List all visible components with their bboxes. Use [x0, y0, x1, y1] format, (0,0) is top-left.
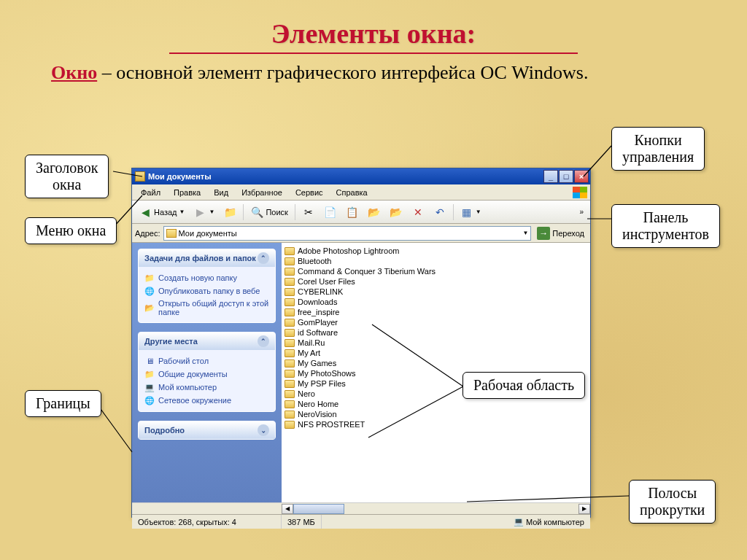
delete-button[interactable]: ✕ — [408, 203, 428, 221]
address-value: Мои документы — [179, 229, 237, 238]
undo-button[interactable]: ↶ — [430, 203, 450, 221]
folder-icon — [285, 400, 295, 408]
scroll-track[interactable] — [293, 504, 578, 514]
keyword: Окно — [51, 62, 97, 83]
file-name: id Software — [298, 328, 338, 337]
scroll-left-button[interactable]: ◀ — [282, 504, 293, 514]
callout-title-bar: Заголовококна — [25, 155, 109, 198]
window-title: Мои документы — [148, 172, 543, 181]
details-panel: Подробно ⌃ — [138, 421, 276, 440]
status-bar: Объектов: 268, скрытых: 4 387 МБ 💻 Мой к… — [132, 514, 590, 529]
toolbar-more-button[interactable]: » — [576, 203, 587, 221]
scroll-right-button[interactable]: ▶ — [578, 504, 590, 514]
tasks-panel-header[interactable]: Задачи для файлов и папок ⌃ — [139, 249, 275, 267]
file-name: Command & Conquer 3 Tiberium Wars — [298, 267, 436, 276]
folder-icon — [166, 229, 177, 238]
window-control-buttons: _ □ × — [543, 170, 589, 183]
file-name: NFS PROSTREET — [298, 420, 365, 429]
folder-icon — [285, 257, 295, 265]
menu-edit[interactable]: Правка — [168, 187, 206, 198]
file-item[interactable]: NeroVision — [283, 409, 589, 419]
minimize-button[interactable]: _ — [543, 170, 558, 183]
copy-to-button[interactable]: 📂 — [386, 203, 406, 221]
maximize-button[interactable]: □ — [559, 170, 573, 183]
go-arrow-icon: → — [537, 227, 550, 240]
copy-button[interactable]: 📄 — [320, 203, 341, 221]
folder-icon — [285, 390, 295, 398]
folder-icon — [285, 370, 295, 378]
scroll-thumb[interactable] — [293, 504, 344, 514]
task-publish[interactable]: 🌐Опубликовать папку в вебе — [144, 284, 269, 298]
places-panel: Другие места ⌃ 🖥Рабочий стол 📁Общие доку… — [138, 332, 276, 412]
up-button[interactable]: 📁 — [220, 203, 240, 221]
folder-icon — [135, 171, 145, 182]
toolbar: ◀ Назад ▼ ▶ ▼ 📁 🔍 Поиск ✂ 📄 📋 📂 📂 ✕ ↶ ▦▼… — [132, 201, 590, 224]
share-icon: 📂 — [144, 303, 155, 313]
back-button[interactable]: ◀ Назад ▼ — [135, 203, 188, 221]
menu-bar: Файл Правка Вид Избранное Сервис Справка — [132, 184, 590, 201]
address-bar: Адрес: Мои документы ▼ → Переход — [132, 224, 590, 243]
go-button[interactable]: → Переход — [534, 227, 587, 240]
file-name: My Art — [298, 349, 320, 357]
search-button[interactable]: 🔍 Поиск — [247, 203, 291, 221]
horizontal-scrollbar[interactable]: ◀ ▶ — [132, 502, 590, 514]
computer-icon: 💻 — [514, 517, 524, 526]
file-item[interactable]: Downloads — [283, 297, 589, 307]
place-my-computer[interactable]: 💻Мой компьютер — [144, 381, 269, 394]
file-item[interactable]: Command & Conquer 3 Tiberium Wars — [283, 266, 589, 276]
file-item[interactable]: id Software — [283, 327, 589, 338]
folder-icon — [285, 278, 295, 286]
file-item[interactable]: Mail.Ru — [283, 338, 589, 348]
places-panel-header[interactable]: Другие места ⌃ — [139, 332, 275, 350]
address-field[interactable]: Мои документы ▼ — [163, 226, 532, 241]
file-item[interactable]: My Games — [283, 358, 589, 368]
file-item[interactable]: CYBERLINK — [283, 287, 589, 297]
copy-to-icon: 📂 — [390, 206, 403, 219]
details-panel-header[interactable]: Подробно ⌃ — [139, 421, 275, 439]
file-item[interactable]: GomPlayer — [283, 317, 589, 327]
file-item[interactable]: Corel User Files — [283, 276, 589, 287]
close-button[interactable]: × — [574, 170, 589, 183]
file-name: Downloads — [298, 298, 337, 306]
file-name: Nero Home — [298, 400, 338, 408]
file-name: Corel User Files — [298, 277, 355, 286]
file-name: Adobe Photoshop Lightroom — [298, 246, 399, 255]
menu-view[interactable]: Вид — [208, 187, 234, 198]
forward-button[interactable]: ▶ ▼ — [190, 203, 218, 221]
views-button[interactable]: ▦▼ — [457, 203, 485, 221]
task-new-folder[interactable]: 📁Создать новую папку — [144, 271, 269, 284]
file-item[interactable]: NFS PROSTREET — [283, 419, 589, 429]
folder-icon — [285, 421, 295, 429]
menu-help[interactable]: Справка — [330, 187, 374, 198]
file-name: Nero — [298, 389, 315, 398]
folder-icon — [285, 380, 295, 388]
address-dropdown-icon[interactable]: ▼ — [522, 230, 528, 236]
menu-favorites[interactable]: Избранное — [236, 187, 288, 198]
file-item[interactable]: Nero Home — [283, 399, 589, 409]
paste-button[interactable]: 📋 — [342, 203, 363, 221]
callout-control-buttons: Кнопкиуправления — [611, 127, 705, 171]
explorer-window: Мои документы _ □ × Файл Правка Вид Избр… — [131, 168, 591, 518]
callout-toolbar: Панельинструментов — [611, 204, 720, 248]
menu-file[interactable]: Файл — [135, 187, 166, 198]
file-item[interactable]: Adobe Photoshop Lightroom — [283, 246, 589, 256]
move-button[interactable]: 📂 — [364, 203, 384, 221]
undo-icon: ↶ — [433, 206, 446, 219]
title-bar[interactable]: Мои документы _ □ × — [132, 168, 590, 184]
back-label: Назад — [154, 208, 177, 217]
place-network[interactable]: 🌐Сетевое окружение — [144, 394, 269, 407]
file-item[interactable]: Bluetooth — [283, 256, 589, 266]
folder-icon — [285, 268, 295, 276]
file-item[interactable]: My Art — [283, 348, 589, 358]
tasks-panel: Задачи для файлов и папок ⌃ 📁Создать нов… — [138, 249, 276, 323]
status-objects: Объектов: 268, скрытых: 4 — [132, 515, 282, 529]
slide-text-rest: – основной элемент графического интерфей… — [97, 62, 588, 83]
place-shared-docs[interactable]: 📁Общие документы — [144, 368, 269, 381]
menu-tools[interactable]: Сервис — [290, 187, 329, 198]
file-item[interactable]: free_inspire — [283, 307, 589, 317]
place-desktop[interactable]: 🖥Рабочий стол — [144, 354, 269, 368]
file-name: Bluetooth — [298, 257, 331, 265]
cut-button[interactable]: ✂ — [298, 203, 319, 221]
new-folder-icon: 📁 — [144, 273, 155, 283]
task-share[interactable]: 📂Открыть общий доступ к этой папке — [144, 298, 269, 318]
